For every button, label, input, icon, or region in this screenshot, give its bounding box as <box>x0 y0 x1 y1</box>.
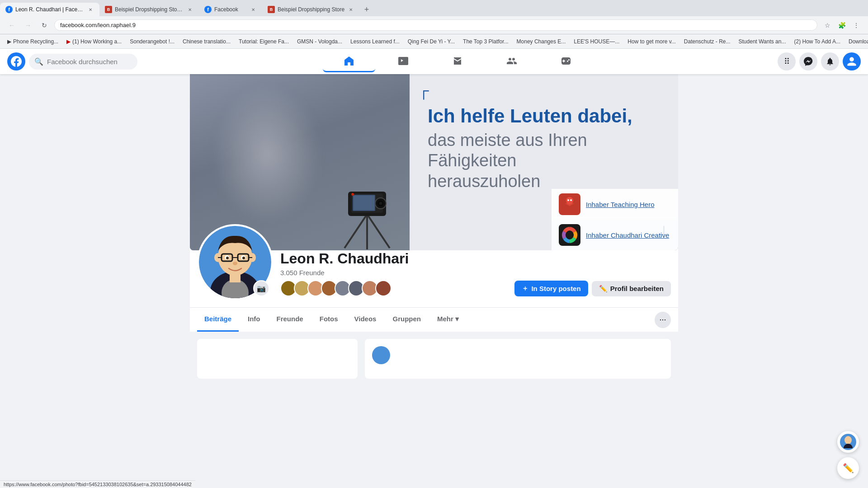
profile-action-buttons: ＋ In Story posten ✏️ Profil bearbeiten <box>514 281 671 300</box>
bookmark-label: Datenschutz - Re... <box>684 38 731 45</box>
tab-fotos[interactable]: Fotos <box>312 308 345 332</box>
bookmark-label: Money Changes E... <box>517 38 566 45</box>
tab-facebook[interactable]: f Facebook ✕ <box>199 3 262 16</box>
svg-point-9 <box>379 202 382 205</box>
browser-menu-icon[interactable]: ⋮ <box>850 19 863 32</box>
browser-action-buttons: ☆ 🧩 ⋮ <box>821 19 863 32</box>
bookmark-tutorial[interactable]: Tutorial: Eigene Fa... <box>235 38 292 46</box>
tab-dropshipping-2[interactable]: B Beispiel Dropshipping Store ✕ <box>262 3 360 16</box>
tab-close-icon[interactable]: ✕ <box>87 6 94 13</box>
business1-label[interactable]: Inhaber Teaching Hero <box>586 201 655 208</box>
bookmark-sonderangebot[interactable]: Sonderangebot !... <box>126 38 178 46</box>
bookmark-working[interactable]: ▶ (1) How Working a... <box>63 38 125 46</box>
bookmark-money[interactable]: Money Changes E... <box>513 38 570 46</box>
search-input[interactable] <box>47 58 132 66</box>
tab-close-icon[interactable]: ✕ <box>186 6 193 13</box>
tab-videos[interactable]: Videos <box>347 308 384 332</box>
reload-button[interactable]: ↻ <box>38 19 51 32</box>
nav-marketplace-button[interactable] <box>431 51 484 72</box>
bookmark-label: How to get more v... <box>627 38 675 45</box>
bookmark-download[interactable]: Download - Cook... <box>845 38 868 46</box>
bookmark-label: GMSN - Vologda... <box>297 38 342 45</box>
bookmark-qing[interactable]: Qing Fei De Yi - Y... <box>404 38 458 46</box>
svg-point-31 <box>233 262 237 265</box>
bookmark-phone-recycling[interactable]: ▶ Phone Recycling... <box>4 38 62 46</box>
facebook-nav <box>141 51 774 72</box>
notifications-button[interactable] <box>821 52 839 70</box>
bookmark-chinese[interactable]: Chinese translatio... <box>179 38 234 46</box>
nav-gaming-button[interactable] <box>540 51 592 72</box>
svg-line-0 <box>344 214 367 248</box>
edit-profile-button[interactable]: ✏️ Profil bearbeiten <box>592 281 671 296</box>
story-button-label: In Story posten <box>531 285 580 292</box>
browser-tabs: f Leon R. Chaudhari | Facebook ✕ B Beisp… <box>0 0 868 16</box>
more-options-button[interactable]: ··· <box>655 312 671 328</box>
search-box[interactable]: 🔍 <box>29 54 137 70</box>
forward-button[interactable]: → <box>22 19 34 32</box>
apps-grid-button[interactable]: ⠿ <box>778 52 796 70</box>
cover-subtext: das meiste aus IhrenFähigkeitenherauszuh… <box>428 131 587 191</box>
bookmark-datenschutz[interactable]: Datenschutz - Re... <box>680 38 734 46</box>
bookmark-lessons[interactable]: Lessons Learned f... <box>347 38 403 46</box>
messenger-button[interactable] <box>799 52 817 70</box>
edit-button-label: Profil bearbeiten <box>610 285 664 292</box>
floating-edit-button[interactable]: ✏️ <box>837 457 859 479</box>
bookmark-favicon: ▶ <box>7 38 11 45</box>
tab-freunde-label: Freunde <box>277 315 303 323</box>
facebook-logo[interactable] <box>7 52 25 70</box>
svg-rect-6 <box>354 196 374 210</box>
tab-label: Beispiel Dropshipping Store -... <box>115 6 184 13</box>
address-bar-container: ← → ↻ facebook.com/leon.raphael.9 ☆ 🧩 ⋮ <box>0 16 868 34</box>
tab-beitraege[interactable]: Beiträge <box>197 308 239 332</box>
svg-point-13 <box>570 199 572 201</box>
svg-point-11 <box>566 197 573 204</box>
business2-label[interactable]: Inhaber Chaudhari Creative <box>586 231 669 239</box>
cover-business-item-1: Inhaber Teaching Hero <box>552 189 678 220</box>
tab-close-icon[interactable]: ✕ <box>347 6 354 13</box>
svg-line-2 <box>367 214 390 248</box>
bookmark-how-to-add[interactable]: (2) How To Add A... <box>790 38 844 46</box>
profile-container: ┌ ┘ Ich helfe Leuten dabei, das meiste a… <box>190 74 678 386</box>
bracket-top-left-icon: ┌ <box>419 83 429 98</box>
tab-label: Leon R. Chaudhari | Facebook <box>15 6 84 13</box>
bookmark-label: Student Wants an... <box>739 38 786 45</box>
profile-info-section: 📷 Leon R. Chaudhari 3.050 Freunde <box>190 250 678 307</box>
bookmark-lee[interactable]: LEE'S HOUSE—... <box>570 38 623 46</box>
bookmark-getmore[interactable]: How to get more v... <box>624 38 679 46</box>
tab-dropshipping-1[interactable]: B Beispiel Dropshipping Store -... ✕ <box>99 3 199 16</box>
tab-gruppen[interactable]: Gruppen <box>385 308 428 332</box>
back-button[interactable]: ← <box>5 19 18 32</box>
nav-groups-button[interactable] <box>486 51 538 72</box>
bookmark-gmsn[interactable]: GMSN - Vologda... <box>293 38 346 46</box>
tab-mehr-label: Mehr ▾ <box>437 315 459 323</box>
tab-freunde[interactable]: Freunde <box>269 308 311 332</box>
left-content-panel <box>197 339 358 379</box>
svg-point-12 <box>567 199 569 201</box>
bookmark-label: LEE'S HOUSE—... <box>574 38 619 45</box>
floating-avatar[interactable] <box>837 431 859 453</box>
new-tab-button[interactable]: + <box>360 3 373 16</box>
tab-info[interactable]: Info <box>241 308 268 332</box>
change-photo-button[interactable]: 📷 <box>253 280 269 296</box>
tab-leon-facebook[interactable]: f Leon R. Chaudhari | Facebook ✕ <box>0 3 99 16</box>
url-text: facebook.com/leon.raphael.9 <box>60 22 136 28</box>
extensions-icon[interactable]: 🧩 <box>835 19 848 32</box>
bookmark-label: Phone Recycling... <box>13 38 58 45</box>
tab-videos-label: Videos <box>354 315 377 323</box>
add-story-button[interactable]: ＋ In Story posten <box>514 281 588 296</box>
post-item <box>372 346 664 364</box>
nav-home-button[interactable] <box>323 51 375 72</box>
tab-close-icon[interactable]: ✕ <box>250 6 257 13</box>
bookmark-label: Sonderangebot !... <box>130 38 175 45</box>
tab-beitraege-label: Beiträge <box>204 315 231 323</box>
url-bar[interactable]: facebook.com/leon.raphael.9 <box>54 19 817 31</box>
svg-point-30 <box>242 257 245 259</box>
bookmark-top3[interactable]: The Top 3 Platfor... <box>459 38 512 46</box>
floating-chat-buttons: ✏️ <box>837 431 859 479</box>
bookmark-star-icon[interactable]: ☆ <box>821 19 834 32</box>
nav-watch-button[interactable] <box>377 51 429 72</box>
search-icon: 🔍 <box>34 57 43 66</box>
tab-mehr[interactable]: Mehr ▾ <box>430 308 466 332</box>
user-avatar[interactable] <box>843 52 861 70</box>
bookmark-student[interactable]: Student Wants an... <box>735 38 790 46</box>
